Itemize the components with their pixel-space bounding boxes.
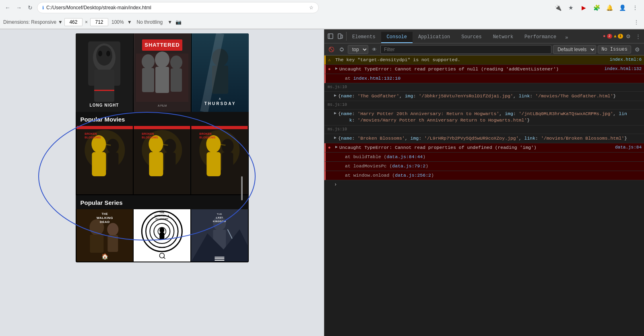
warning-icon-small: ▲: [614, 34, 617, 39]
browser-chrome: ← → ↻ ℹ C:/Users/Moncef/Desktop/streak-m…: [0, 0, 644, 29]
error-2-sub-link-1[interactable]: data.js:84:44: [387, 154, 423, 159]
inspect-element-icon[interactable]: [326, 32, 335, 41]
tab-performance[interactable]: Performance: [519, 32, 562, 43]
console-obj-3: ▶ {name: 'Broken Blossoms', img: '/L9rHR…: [324, 134, 644, 143]
devtools-settings-icon[interactable]: ⚙: [624, 32, 633, 41]
bell-icon[interactable]: 🔔: [604, 2, 615, 13]
thursday-art: A THURSDAY: [192, 33, 249, 112]
puzzle-icon[interactable]: 🧩: [591, 2, 602, 13]
app-scrollbar-thumb[interactable]: [241, 176, 243, 200]
height-input[interactable]: [90, 18, 108, 26]
svg-text:LONG NIGHT: LONG NIGHT: [89, 103, 119, 107]
screenshot-icon[interactable]: 📷: [174, 18, 183, 27]
error-2-sub-link-2[interactable]: data.js:79:2: [392, 163, 425, 169]
error-link-2[interactable]: data.js:84: [612, 144, 642, 150]
error-count-badge: 2: [607, 34, 612, 39]
devtools-left-icons: [324, 32, 347, 41]
series-card-last-kingdom[interactable]: THE LAST KINGDOM: [191, 209, 248, 262]
svg-text:KINGDOM: KINGDOM: [213, 220, 226, 223]
svg-rect-31: [107, 153, 118, 175]
console-filter-input[interactable]: [380, 45, 551, 54]
error-sub-link-1[interactable]: index.html:132:10: [353, 76, 400, 81]
error-link-1[interactable]: index.html:132: [601, 66, 642, 72]
obj-1-expand[interactable]: ▶: [334, 93, 336, 99]
tab-sources[interactable]: Sources: [456, 32, 487, 43]
svg-rect-89: [328, 34, 333, 39]
series-card-walking-dead[interactable]: THE WALKING DEAD 🏠: [76, 209, 133, 262]
back-button[interactable]: ←: [3, 3, 12, 12]
device-toolbar-icon[interactable]: [336, 32, 345, 41]
console-settings-icon[interactable]: ⚙: [633, 45, 642, 54]
obj-3-expand[interactable]: ▶: [334, 135, 336, 141]
more-responsive-options[interactable]: ⋮: [632, 18, 641, 27]
bookmark-icon[interactable]: ☆: [309, 5, 314, 10]
reload-button[interactable]: ↻: [26, 3, 35, 12]
console-obj-3-meta: ms.js:10: [324, 126, 644, 134]
console-obj-2-meta: ms.js:10: [324, 101, 644, 109]
zoom-dropdown: ▼: [127, 19, 132, 25]
warning-icon-1: ⚠: [328, 57, 331, 63]
tab-network[interactable]: Network: [487, 32, 519, 43]
throttle-dropdown: ▼: [167, 19, 172, 25]
forward-button[interactable]: →: [14, 3, 23, 12]
long-night-art: LONG NIGHT: [76, 33, 133, 112]
svg-text:THURSDAY: THURSDAY: [204, 101, 236, 106]
error-icon-2: ●: [328, 145, 331, 151]
width-input[interactable]: [64, 18, 83, 26]
series-card-umbrella-academy[interactable]: THE UMBRELLA ACADEMY: [134, 209, 190, 262]
extensions-icon[interactable]: 🔌: [552, 2, 564, 13]
error-2-sub-link-3[interactable]: data.js:256:2: [395, 173, 431, 178]
tab-elements[interactable]: Elements: [347, 32, 381, 43]
error-2-expand[interactable]: ▶: [335, 144, 338, 150]
devtools-top-bar: Elements Console Application Sources Net…: [324, 29, 644, 43]
error-1-expand[interactable]: ▶: [335, 66, 338, 72]
movie-card-thursday[interactable]: A THURSDAY: [192, 33, 249, 112]
console-obj-1: ▶ {name: 'The Godfather', img: '/3bhkrj5…: [324, 92, 644, 101]
url-display: C:/Users/Moncef/Desktop/streak-main/inde…: [46, 5, 307, 10]
tv-icon[interactable]: ▶: [578, 2, 589, 13]
movie-card-broken-blossoms-1[interactable]: BROKEN BLOSSOMS: [76, 126, 133, 194]
popular-movies-heading: Popular Movies: [76, 112, 249, 126]
console-obj-1-meta: ms.js:10: [324, 83, 644, 92]
security-info-icon: ℹ: [42, 5, 44, 10]
error-icon: ●: [603, 34, 606, 39]
more-menu-button[interactable]: ⋮: [630, 2, 641, 13]
svg-text:THE: THE: [217, 213, 222, 215]
svg-rect-14: [155, 67, 169, 93]
star-icon[interactable]: ★: [565, 2, 576, 13]
no-issues-badge: No Issues: [598, 45, 631, 54]
more-tabs-button[interactable]: »: [562, 33, 571, 43]
tab-application[interactable]: Application: [413, 32, 456, 43]
user-icon[interactable]: 👤: [617, 2, 628, 13]
tab-console[interactable]: Console: [381, 32, 413, 43]
app-scrollbar-area: [241, 156, 244, 332]
svg-text:BROKEN: BROKEN: [199, 132, 211, 135]
address-bar[interactable]: ℹ C:/Users/Moncef/Desktop/streak-main/in…: [37, 2, 319, 13]
console-warning-1: ⚠ The key "target-densitydpi" is not sup…: [324, 56, 644, 65]
svg-rect-12: [142, 68, 154, 92]
svg-rect-51: [222, 153, 233, 175]
movie-card-shattered[interactable]: SHATTERED A FILM: [134, 33, 191, 112]
obj-2-source: ms.js:10: [328, 102, 347, 108]
svg-text:BLOSSOMS: BLOSSOMS: [199, 136, 215, 139]
browser-viewport: LONG NIGHT: [0, 29, 324, 336]
context-selector[interactable]: top: [348, 45, 368, 54]
clear-console-icon[interactable]: 🚫: [327, 45, 336, 54]
svg-point-5: [106, 51, 110, 56]
svg-point-13: [155, 52, 169, 68]
error-icon-1: ●: [328, 66, 331, 72]
devtools-more-icon[interactable]: ⋮: [634, 32, 642, 41]
shattered-art: SHATTERED A FILM: [134, 33, 191, 112]
svg-text:BLOSSOMS: BLOSSOMS: [142, 136, 158, 139]
svg-point-59: [107, 223, 118, 236]
warning-link-1[interactable]: index.html:6: [607, 57, 642, 63]
log-levels-selector[interactable]: Default levels: [553, 45, 596, 54]
movie-card-broken-blossoms-3[interactable]: BROKEN BLOSSOMS: [191, 126, 248, 194]
movie-card-broken-blossoms-2[interactable]: BROKEN BLOSSOMS: [134, 126, 190, 194]
movie-card-long-night[interactable]: LONG NIGHT: [76, 33, 133, 112]
svg-rect-49: [206, 152, 221, 176]
eye-icon[interactable]: 👁: [370, 45, 379, 54]
console-toggle-icon[interactable]: [337, 45, 346, 54]
svg-text:BROKEN: BROKEN: [142, 132, 154, 135]
obj-2-expand[interactable]: ▶: [334, 111, 336, 116]
